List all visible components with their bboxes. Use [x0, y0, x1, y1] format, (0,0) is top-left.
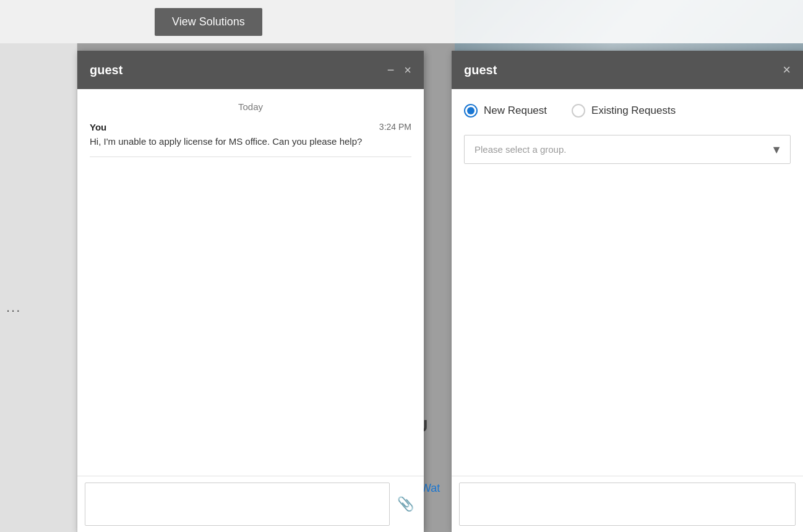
chat-header: guest − × — [77, 51, 424, 89]
existing-requests-radio[interactable] — [572, 104, 585, 118]
request-type-row: New Request Existing Requests — [464, 104, 791, 118]
request-text-input[interactable] — [459, 483, 796, 526]
chat-message-text: Hi, I'm unable to apply license for MS o… — [90, 135, 411, 149]
request-input-area — [452, 476, 803, 532]
chat-panel: guest − × Today You 3:24 PM Hi, I'm unab… — [77, 51, 424, 532]
view-solutions-button[interactable]: View Solutions — [155, 8, 262, 36]
chat-text-input[interactable] — [85, 483, 390, 526]
new-request-option[interactable]: New Request — [464, 104, 547, 118]
existing-requests-label: Existing Requests — [591, 105, 676, 117]
chat-body: Today You 3:24 PM Hi, I'm unable to appl… — [77, 89, 424, 476]
request-header: guest × — [452, 51, 803, 89]
chat-header-controls: − × — [387, 64, 411, 76]
new-request-label: New Request — [484, 105, 547, 117]
request-panel-title: guest — [464, 63, 497, 77]
chat-message-block: You 3:24 PM Hi, I'm unable to apply lice… — [90, 122, 411, 149]
new-request-radio[interactable] — [464, 104, 478, 118]
chat-close-button[interactable]: × — [404, 64, 411, 76]
chat-message-meta: You 3:24 PM — [90, 122, 411, 132]
chat-time: 3:24 PM — [379, 122, 411, 132]
chat-sender: You — [90, 122, 106, 132]
chat-date-divider: Today — [90, 101, 411, 112]
chat-attachment-button[interactable]: 📎 — [395, 494, 416, 515]
dots-indicator: ... — [6, 299, 21, 315]
group-select-wrapper: Please select a group. ▼ — [464, 135, 791, 164]
attachment-icon: 📎 — [397, 496, 414, 512]
chat-divider — [90, 157, 411, 157]
left-sidebar — [0, 43, 77, 532]
request-panel: guest × New Request Existing Requests Pl… — [452, 51, 803, 532]
request-body: New Request Existing Requests Please sel… — [452, 89, 803, 476]
existing-requests-option[interactable]: Existing Requests — [572, 104, 676, 118]
request-close-button[interactable]: × — [783, 62, 791, 78]
chat-panel-title: guest — [90, 63, 122, 77]
group-select[interactable]: Please select a group. — [464, 135, 791, 164]
chat-minimize-button[interactable]: − — [387, 64, 395, 76]
top-bar: View Solutions — [0, 0, 803, 43]
chat-input-area: 📎 — [77, 476, 424, 532]
